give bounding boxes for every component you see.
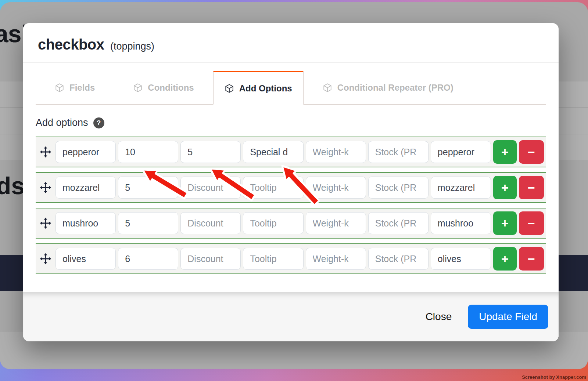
option-stock-input[interactable] [368, 248, 429, 270]
drag-handle-icon[interactable] [38, 217, 53, 229]
option-price-input[interactable] [118, 177, 178, 199]
tab-fields[interactable]: Fields [36, 71, 114, 104]
add-option-button[interactable]: + [493, 140, 517, 164]
option-row: + − [36, 137, 546, 167]
drag-handle-icon[interactable] [38, 146, 53, 158]
option-weight-input[interactable] [306, 212, 366, 234]
option-tooltip-input[interactable] [243, 248, 303, 270]
remove-option-button[interactable]: − [519, 176, 544, 199]
tab-label: Fields [69, 83, 95, 93]
option-stock-input[interactable] [368, 212, 429, 234]
cube-icon [133, 83, 143, 92]
add-option-button[interactable]: + [493, 247, 517, 271]
tab-conditional-repeater[interactable]: Conditional Repeater (PRO) [304, 71, 473, 104]
option-stock-input[interactable] [368, 141, 429, 163]
cube-icon [55, 83, 64, 92]
option-tooltip-input[interactable] [243, 177, 303, 199]
remove-option-button[interactable]: − [519, 140, 544, 164]
option-row: + − [36, 243, 546, 274]
option-value-input[interactable] [431, 212, 491, 234]
option-price-input[interactable] [118, 248, 178, 270]
options-list: + − + − + − [36, 137, 546, 274]
option-price-input[interactable] [118, 141, 178, 163]
option-stock-input[interactable] [368, 177, 429, 199]
background-heading-fragment-2: ds [0, 172, 25, 200]
option-tooltip-input[interactable] [243, 141, 303, 163]
option-discount-input[interactable] [180, 141, 241, 163]
remove-option-button[interactable]: − [519, 247, 544, 271]
tab-label: Conditions [148, 83, 194, 93]
modal-title: checkbox [38, 36, 104, 52]
option-tooltip-input[interactable] [243, 212, 303, 234]
option-weight-input[interactable] [306, 177, 366, 199]
option-price-input[interactable] [118, 212, 178, 234]
add-option-button[interactable]: + [493, 176, 517, 199]
option-value-input[interactable] [431, 248, 491, 270]
update-field-button[interactable]: Update Field [468, 305, 548, 329]
remove-option-button[interactable]: − [519, 211, 544, 235]
modal-footer: Close Update Field [23, 292, 559, 341]
option-label-input[interactable] [55, 141, 116, 163]
tab-bar: Fields Conditions Add Options Conditiona… [36, 71, 546, 105]
add-options-label: Add options [36, 117, 88, 128]
modal-header: checkbox (toppings) [23, 23, 559, 63]
option-weight-input[interactable] [306, 248, 366, 270]
option-discount-input[interactable] [180, 212, 241, 234]
option-weight-input[interactable] [306, 141, 366, 163]
option-row: + − [36, 172, 546, 203]
tab-add-options[interactable]: Add Options [213, 71, 304, 105]
option-value-input[interactable] [431, 141, 491, 163]
tab-label: Conditional Repeater (PRO) [337, 83, 453, 93]
option-label-input[interactable] [55, 212, 116, 234]
option-label-input[interactable] [55, 248, 116, 270]
cube-icon [323, 83, 332, 92]
modal-subtitle: (toppings) [110, 41, 154, 52]
watermark-text: Screenshot by Xnapper.com [522, 374, 586, 380]
help-icon[interactable]: ? [93, 117, 104, 128]
modal-body: Add options ? + − [23, 105, 559, 292]
add-option-button[interactable]: + [493, 211, 517, 235]
tab-conditions[interactable]: Conditions [114, 71, 213, 104]
option-row: + − [36, 208, 546, 239]
field-editor-modal: checkbox (toppings) Fields Conditions Ad… [23, 23, 559, 341]
drag-handle-icon[interactable] [38, 182, 53, 193]
option-discount-input[interactable] [180, 248, 241, 270]
cube-icon [225, 84, 234, 93]
tab-label: Add Options [239, 83, 292, 94]
option-label-input[interactable] [55, 177, 116, 199]
drag-handle-icon[interactable] [38, 253, 53, 265]
close-button[interactable]: Close [426, 311, 452, 323]
option-discount-input[interactable] [180, 177, 241, 199]
option-value-input[interactable] [431, 177, 491, 199]
